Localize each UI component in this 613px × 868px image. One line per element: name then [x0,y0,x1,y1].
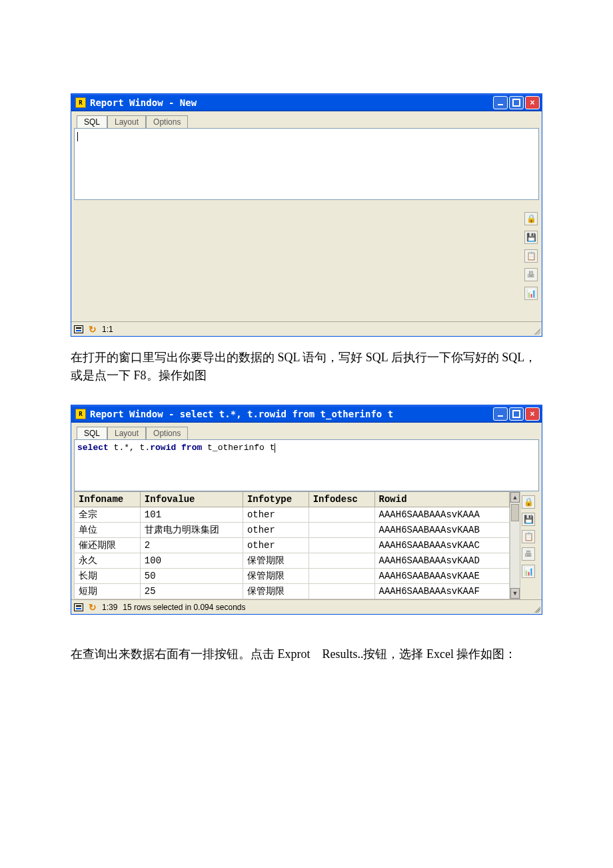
sql-editor[interactable]: select t.*, t.rowid from t_otherinfo t [74,439,539,491]
resize-grip-icon[interactable] [532,605,540,613]
sql-token: t_otherinfo t [202,443,275,453]
cell-infovalue[interactable]: 50 [140,569,243,584]
window-title: Report Window - select t.*, t.rowid from… [90,409,393,419]
text-cursor [275,443,275,453]
cell-infotype[interactable]: 保管期限 [243,553,308,569]
minimize-button[interactable] [493,407,508,421]
window-title: Report Window - New [90,97,197,108]
cell-infovalue[interactable]: 甘肃电力明珠集团 [140,523,243,538]
cell-infodesc[interactable] [308,553,374,569]
description-paragraph-2: 在查询出来数据右面有一排按钮。点击 Exprot Results..按钮，选择 … [71,641,542,668]
table-row[interactable]: 永久100保管期限AAAH6SAABAAAsvKAAD [75,553,510,569]
status-indicator-icon [74,325,83,333]
header-row: Infoname Infovalue Infotype Infodesc Row… [75,492,510,507]
report-window-new: R Report Window - New × SQL Layout Optio… [71,93,542,337]
cell-infodesc[interactable] [308,538,374,553]
cell-rowid[interactable]: AAAH6SAABAAAsvKAAB [374,523,509,538]
tab-layout[interactable]: Layout [107,427,146,439]
tab-options[interactable]: Options [146,115,188,128]
tab-sql[interactable]: SQL [77,427,107,439]
tab-strip: SQL Layout Options [71,111,542,128]
scroll-thumb[interactable] [511,504,519,521]
results-toolbar: 🔒 💾 📋 🖶 📊 [524,212,538,300]
copy-icon[interactable]: 📋 [524,249,538,263]
cell-rowid[interactable]: AAAH6SAABAAAsvKAAA [374,507,509,523]
close-button[interactable]: × [525,96,540,109]
cell-infoname[interactable]: 永久 [75,553,141,569]
refresh-icon[interactable]: ↻ [89,602,97,613]
results-grid-wrap: Infoname Infovalue Infotype Infodesc Row… [74,491,539,599]
sql-token: rowid from [150,443,202,453]
cursor-position: 1:1 [102,325,113,334]
cell-infovalue[interactable]: 101 [140,507,243,523]
cell-infovalue[interactable]: 25 [140,584,243,599]
print-icon[interactable]: 🖶 [524,268,538,281]
cell-infoname[interactable]: 长期 [75,569,141,584]
text-cursor [77,132,78,141]
sql-token: select [77,443,109,453]
table-row[interactable]: 长期50保管期限AAAH6SAABAAAsvKAAE [75,569,510,584]
cell-infotype[interactable]: other [243,507,308,523]
cell-infoname[interactable]: 全宗 [75,507,141,523]
resize-grip-icon[interactable] [532,327,540,335]
chart-icon[interactable]: 📊 [522,565,535,578]
maximize-button[interactable] [509,407,524,421]
maximize-button[interactable] [509,96,524,109]
lock-icon[interactable]: 🔒 [522,495,535,509]
table-row[interactable]: 单位甘肃电力明珠集团otherAAAH6SAABAAAsvKAAB [75,523,510,538]
cell-infotype[interactable]: other [243,523,308,538]
statusbar: ↻ 1:1 [71,321,542,336]
titlebar[interactable]: R Report Window - New × [71,94,542,111]
close-button[interactable]: × [525,407,540,421]
cell-infodesc[interactable] [308,569,374,584]
vertical-scrollbar[interactable]: ▲ ▼ [510,491,520,599]
scroll-up-icon[interactable]: ▲ [510,492,520,503]
col-infodesc[interactable]: Infodesc [308,492,374,507]
save-icon[interactable]: 💾 [524,231,538,244]
col-rowid[interactable]: Rowid [374,492,509,507]
scroll-down-icon[interactable]: ▼ [510,588,520,599]
cell-rowid[interactable]: AAAH6SAABAAAsvKAAD [374,553,509,569]
results-toolbar: 🔒 💾 📋 🖶 📊 [522,495,535,578]
cell-infoname[interactable]: 催还期限 [75,538,141,553]
tab-strip: SQL Layout Options [71,423,542,439]
description-paragraph-1: 在打开的窗口里写出你要导出的数据的 SQL 语句，写好 SQL 后执行一下你写好… [71,349,542,385]
report-window-query: R Report Window - select t.*, t.rowid fr… [71,405,542,615]
sql-token: t.*, t. [109,443,150,453]
col-infoname[interactable]: Infoname [75,492,141,507]
save-icon[interactable]: 💾 [522,513,535,526]
status-message: 15 rows selected in 0.094 seconds [123,603,245,612]
results-grid[interactable]: Infoname Infovalue Infotype Infodesc Row… [74,491,510,599]
tab-layout[interactable]: Layout [107,115,146,128]
cell-infodesc[interactable] [308,507,374,523]
tab-sql[interactable]: SQL [77,115,107,128]
cell-infovalue[interactable]: 100 [140,553,243,569]
col-infotype[interactable]: Infotype [243,492,308,507]
table-row[interactable]: 全宗101otherAAAH6SAABAAAsvKAAA [75,507,510,523]
minimize-button[interactable] [493,96,508,109]
table-row[interactable]: 催还期限2otherAAAH6SAABAAAsvKAAC [75,538,510,553]
col-infovalue[interactable]: Infovalue [140,492,243,507]
chart-icon[interactable]: 📊 [524,287,538,300]
app-icon: R [75,97,86,108]
cell-infodesc[interactable] [308,584,374,599]
cell-infotype[interactable]: 保管期限 [243,569,308,584]
copy-icon[interactable]: 📋 [522,530,535,543]
refresh-icon[interactable]: ↻ [89,324,97,335]
cell-infotype[interactable]: other [243,538,308,553]
cell-infotype[interactable]: 保管期限 [243,584,308,599]
titlebar[interactable]: R Report Window - select t.*, t.rowid fr… [71,405,542,423]
table-row[interactable]: 短期25保管期限AAAH6SAABAAAsvKAAF [75,584,510,599]
cell-infoname[interactable]: 单位 [75,523,141,538]
tab-options[interactable]: Options [146,427,188,439]
cell-infodesc[interactable] [308,523,374,538]
cell-infovalue[interactable]: 2 [140,538,243,553]
cell-rowid[interactable]: AAAH6SAABAAAsvKAAF [374,584,509,599]
lock-icon[interactable]: 🔒 [524,212,538,225]
print-icon[interactable]: 🖶 [522,547,535,561]
cell-rowid[interactable]: AAAH6SAABAAAsvKAAC [374,538,509,553]
sql-editor[interactable] [74,128,539,200]
app-icon: R [75,409,86,419]
cell-infoname[interactable]: 短期 [75,584,141,599]
cell-rowid[interactable]: AAAH6SAABAAAsvKAAE [374,569,509,584]
